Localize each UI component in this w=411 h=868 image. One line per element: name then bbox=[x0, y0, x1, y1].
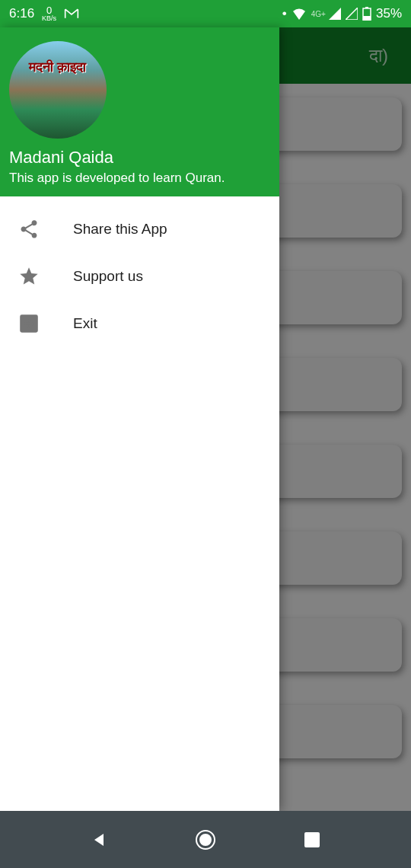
logo-text: मदनी क़ाइदा bbox=[9, 59, 107, 75]
navigation-drawer: मदनी क़ाइदा Madani Qaida This app is dev… bbox=[0, 27, 279, 811]
share-icon bbox=[18, 219, 40, 240]
menu-item-support[interactable]: Support us bbox=[0, 253, 279, 300]
menu-item-share[interactable]: Share this App bbox=[0, 206, 279, 253]
star-icon bbox=[18, 266, 40, 287]
battery-percentage: 35% bbox=[376, 6, 402, 21]
system-navigation-bar bbox=[0, 811, 411, 868]
drawer-menu: Share this App Support us Exit bbox=[0, 196, 279, 347]
signal-empty-icon bbox=[346, 8, 358, 20]
status-left: 6:16 0 KB/s bbox=[9, 5, 79, 22]
drawer-subtitle: This app is developed to learn Quran. bbox=[9, 171, 270, 186]
drawer-title: Madani Qaida bbox=[9, 148, 270, 168]
menu-item-label: Support us bbox=[73, 268, 143, 285]
status-time: 6:16 bbox=[9, 6, 34, 21]
exit-icon bbox=[18, 313, 40, 334]
menu-item-label: Exit bbox=[73, 315, 97, 332]
svg-rect-6 bbox=[304, 832, 320, 847]
svg-point-5 bbox=[200, 834, 211, 845]
svg-rect-2 bbox=[363, 16, 371, 21]
network-speed-indicator: 0 KB/s bbox=[42, 5, 56, 22]
drawer-header: मदनी क़ाइदा Madani Qaida This app is dev… bbox=[0, 27, 279, 196]
status-right: • 4G+ 35% bbox=[282, 6, 402, 21]
dot-indicator-icon: • bbox=[282, 6, 287, 21]
back-button[interactable] bbox=[84, 825, 114, 855]
status-bar: 6:16 0 KB/s • 4G+ bbox=[0, 0, 411, 27]
app-logo: मदनी क़ाइदा bbox=[9, 41, 107, 139]
network-type-label: 4G+ bbox=[311, 10, 326, 18]
menu-item-label: Share this App bbox=[73, 221, 167, 238]
battery-icon bbox=[362, 7, 371, 21]
home-button[interactable] bbox=[190, 825, 221, 855]
wifi-icon bbox=[292, 8, 307, 20]
menu-item-exit[interactable]: Exit bbox=[0, 300, 279, 347]
gmail-icon bbox=[64, 8, 79, 20]
signal-icon bbox=[329, 8, 341, 20]
recents-button[interactable] bbox=[297, 825, 327, 855]
